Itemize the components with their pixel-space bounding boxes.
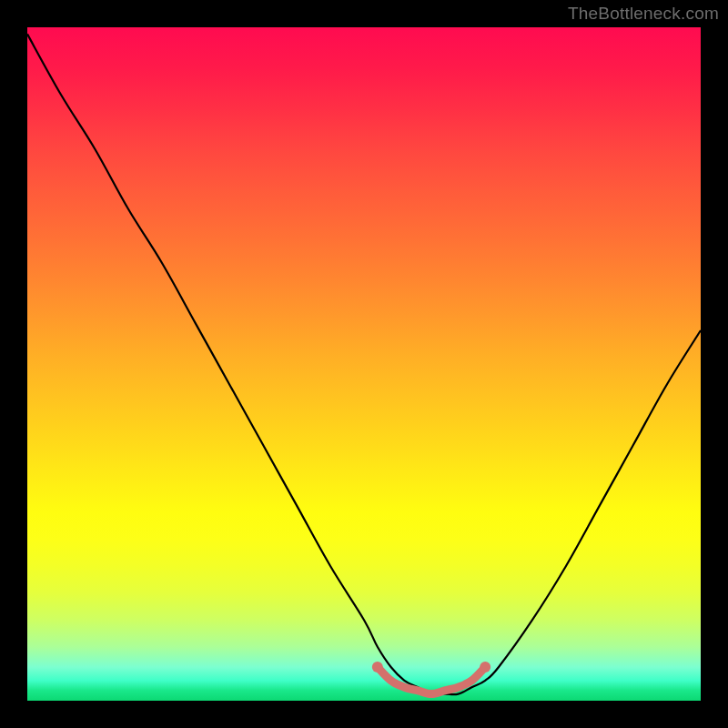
chart-frame: TheBottleneck.com xyxy=(0,0,728,728)
chart-svg-layer xyxy=(27,27,701,701)
optimal-zone-endpoint xyxy=(480,662,490,672)
bottleneck-curve xyxy=(27,34,701,694)
watermark-text: TheBottleneck.com xyxy=(568,4,719,24)
optimal-zone-endpoint xyxy=(372,662,383,672)
chart-plot-area xyxy=(27,27,701,701)
